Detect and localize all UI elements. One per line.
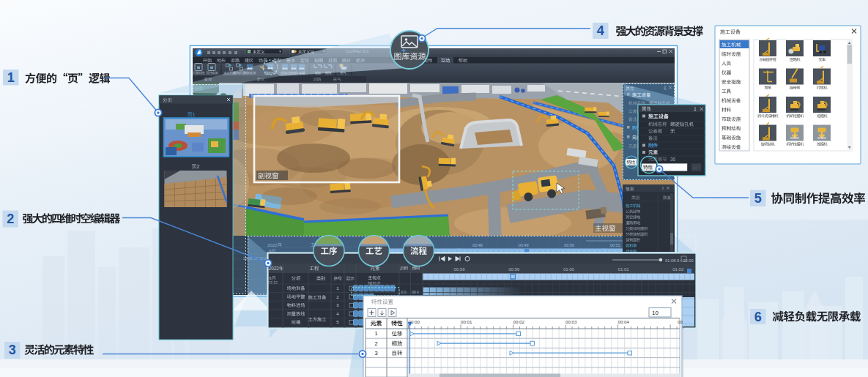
svg-text:01:02: 01:02 bbox=[672, 267, 684, 272]
svg-text:00:58: 00:58 bbox=[453, 267, 465, 272]
svg-text:1: 1 bbox=[7, 70, 15, 85]
svg-text:06 0: 06 0 bbox=[412, 290, 419, 294]
svg-text:1: 1 bbox=[193, 112, 196, 117]
svg-text:2: 2 bbox=[7, 212, 14, 226]
svg-text:00:01: 00:01 bbox=[461, 319, 472, 324]
svg-text:3: 3 bbox=[9, 343, 16, 357]
svg-text:36: 36 bbox=[670, 157, 676, 162]
svg-text:01:08.9 / 02:00: 01:08.9 / 02:00 bbox=[665, 258, 694, 263]
svg-text:01:01: 01:01 bbox=[618, 267, 630, 272]
svg-text:2: 2 bbox=[197, 164, 200, 169]
svg-text:...: ... bbox=[694, 165, 697, 169]
svg-text:6: 6 bbox=[754, 310, 762, 324]
svg-text:0 0: 0 0 bbox=[401, 290, 407, 294]
svg-text:00:02: 00:02 bbox=[513, 319, 525, 324]
svg-text:4: 4 bbox=[597, 23, 604, 38]
svg-text:00:04: 00:04 bbox=[618, 319, 630, 324]
svg-text:00: 00 bbox=[678, 319, 683, 324]
svg-text:00:03: 00:03 bbox=[565, 319, 577, 324]
svg-text:00:59: 00:59 bbox=[508, 267, 520, 272]
svg-text:5: 5 bbox=[754, 191, 762, 206]
svg-text:2: 2 bbox=[374, 340, 377, 347]
svg-text:3: 3 bbox=[374, 350, 377, 357]
svg-text:1: 1 bbox=[374, 330, 377, 337]
svg-text:10: 10 bbox=[652, 310, 659, 316]
svg-text:01:00: 01:00 bbox=[563, 267, 575, 272]
